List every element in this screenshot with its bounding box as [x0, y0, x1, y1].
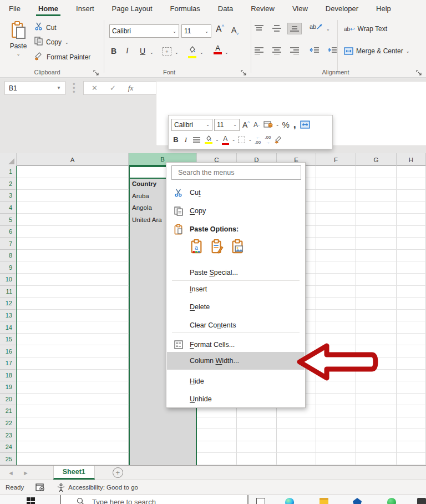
row-header-17[interactable]: 17 [0, 357, 16, 370]
macro-record-icon[interactable] [36, 483, 45, 491]
paste-formatting-icon[interactable] [210, 239, 224, 256]
mini-grow-font-button[interactable]: A^ [241, 120, 251, 129]
align-left-button[interactable] [254, 47, 264, 54]
tab-insert[interactable]: Insert [75, 2, 95, 16]
paste-dropdown-caret[interactable]: ⌄ [6, 52, 31, 57]
paste-values-icon[interactable]: a [190, 239, 203, 256]
row-header-3[interactable]: 3 [0, 190, 16, 202]
column-header-F[interactable]: F [316, 153, 356, 166]
menu-item-hide[interactable]: Hide [167, 374, 305, 389]
fill-color-dropdown-caret[interactable]: ⌄ [200, 50, 204, 55]
font-size-combo[interactable]: 11⌄ [181, 24, 211, 38]
wrap-text-button[interactable]: ab↩ Wrap Text [344, 25, 387, 33]
store-app-icon[interactable] [353, 498, 362, 504]
menu-item-format-cells[interactable]: Format Cells... [167, 337, 305, 352]
menu-item-insert[interactable]: Insert [167, 282, 305, 296]
row-header-7[interactable]: 7 [0, 238, 16, 250]
italic-button[interactable]: I [126, 47, 129, 56]
format-painter-button[interactable]: Format Painter [34, 52, 90, 63]
task-view-icon[interactable] [256, 498, 265, 504]
column-header-A[interactable]: A [17, 153, 129, 166]
row-header-9[interactable]: 9 [0, 261, 16, 274]
cancel-entry-icon[interactable]: ✕ [92, 84, 98, 92]
new-sheet-icon[interactable]: + [113, 467, 123, 478]
row-header-19[interactable]: 19 [0, 381, 16, 394]
menu-item-clear-contents[interactable]: Clear Contents [167, 318, 305, 332]
row-header-2[interactable]: 2 [0, 178, 16, 190]
tab-review[interactable]: Review [250, 2, 276, 16]
mini-number-format-caret[interactable]: ⌄ [276, 122, 280, 127]
menu-item-paste-options[interactable]: Paste Options: [167, 222, 305, 236]
row-header-10[interactable]: 10 [0, 274, 16, 286]
decrease-indent-button[interactable] [310, 47, 320, 54]
mini-decrease-decimal-button[interactable]: ←.00 [253, 135, 262, 145]
cut-button[interactable]: Cut [34, 22, 57, 33]
orientation-dropdown-caret[interactable]: ⌄ [326, 27, 330, 32]
paste-button[interactable]: Paste ⌄ [6, 21, 31, 57]
column-header-G[interactable]: G [356, 153, 397, 166]
next-sheet-icon[interactable]: ► [23, 470, 29, 476]
font-color-dropdown-caret[interactable]: ⌄ [225, 50, 229, 55]
tab-view[interactable]: View [291, 2, 309, 16]
edge-browser-icon[interactable] [285, 498, 294, 504]
menu-item-cut[interactable]: Cut [167, 185, 305, 200]
file-explorer-icon[interactable] [320, 498, 328, 504]
row-header-21[interactable]: 21 [0, 405, 16, 417]
borders-button[interactable]: + [163, 47, 171, 56]
row-header-24[interactable]: 24 [0, 441, 16, 453]
align-right-button[interactable] [290, 47, 300, 54]
select-all-corner[interactable] [0, 153, 17, 166]
orientation-button[interactable]: ab [310, 23, 323, 30]
row-header-5[interactable]: 5 [0, 214, 16, 226]
menu-item-paste-special[interactable]: Paste Special... [167, 265, 305, 280]
taskbar-search-input[interactable]: Type here to search [60, 495, 248, 504]
mini-comma-button[interactable]: , [292, 119, 297, 130]
menu-search-input[interactable]: Search the menus [171, 165, 301, 180]
row-header-12[interactable]: 12 [0, 298, 16, 310]
merge-center-dropdown-caret[interactable]: ⌄ [406, 49, 410, 54]
row-header-16[interactable]: 16 [0, 345, 16, 357]
row-header-1[interactable]: 1 [0, 166, 16, 178]
copy-dropdown-caret[interactable]: ⌄ [65, 40, 69, 45]
cell-B3[interactable]: Aruba [130, 190, 149, 202]
mini-font-color-button[interactable]: A [221, 135, 230, 145]
row-header-25[interactable]: 25 [0, 453, 16, 465]
name-box[interactable]: B1 ▼ [4, 81, 65, 95]
green-app-icon[interactable] [387, 498, 396, 504]
fill-color-button[interactable] [188, 46, 196, 58]
mini-italic-button[interactable]: I [182, 135, 190, 144]
mini-number-format-icon[interactable] [262, 121, 274, 128]
row-header-20[interactable]: 20 [0, 394, 16, 406]
increase-indent-button[interactable] [327, 47, 337, 54]
font-color-button[interactable]: A [214, 44, 222, 54]
cell-B4[interactable]: Angola [130, 202, 152, 214]
row-header-18[interactable]: 18 [0, 370, 16, 382]
underline-dropdown-caret[interactable]: ⌄ [150, 50, 154, 55]
mini-borders-button[interactable] [237, 137, 246, 143]
align-top-button[interactable] [254, 24, 264, 32]
sheet-tab-sheet1[interactable]: Sheet1 [53, 466, 95, 480]
mini-merge-center-icon[interactable] [299, 120, 311, 129]
mini-format-painter-icon[interactable] [273, 135, 284, 144]
mini-font-color-caret[interactable]: ⌄ [232, 137, 236, 142]
row-header-22[interactable]: 22 [0, 417, 16, 430]
row-header-6[interactable]: 6 [0, 226, 16, 238]
mini-shrink-font-button[interactable]: Aˇ [252, 120, 261, 129]
mini-borders-caret[interactable]: ⌄ [248, 137, 252, 142]
row-header-14[interactable]: 14 [0, 321, 16, 334]
mini-font-size-combo[interactable]: 11⌄ [214, 119, 240, 131]
shrink-font-button[interactable]: A^ [231, 24, 239, 36]
tab-page-layout[interactable]: Page Layout [111, 2, 154, 16]
column-header-H[interactable]: H [397, 153, 426, 166]
merge-center-button[interactable]: Merge & Center ⌄ [344, 47, 409, 55]
align-center-button[interactable] [272, 47, 282, 54]
alignment-dialog-launcher-icon[interactable] [416, 68, 423, 75]
borders-dropdown-caret[interactable]: ⌄ [175, 50, 179, 55]
mini-center-align-icon[interactable] [191, 137, 202, 143]
cell-B2[interactable]: Country [130, 178, 156, 190]
underline-button[interactable]: U [140, 47, 145, 56]
mini-fill-color-button[interactable] [204, 135, 214, 144]
align-bottom-button[interactable] [287, 23, 302, 34]
prev-sheet-icon[interactable]: ◄ [8, 470, 14, 476]
paste-picture-icon[interactable] [231, 239, 244, 256]
